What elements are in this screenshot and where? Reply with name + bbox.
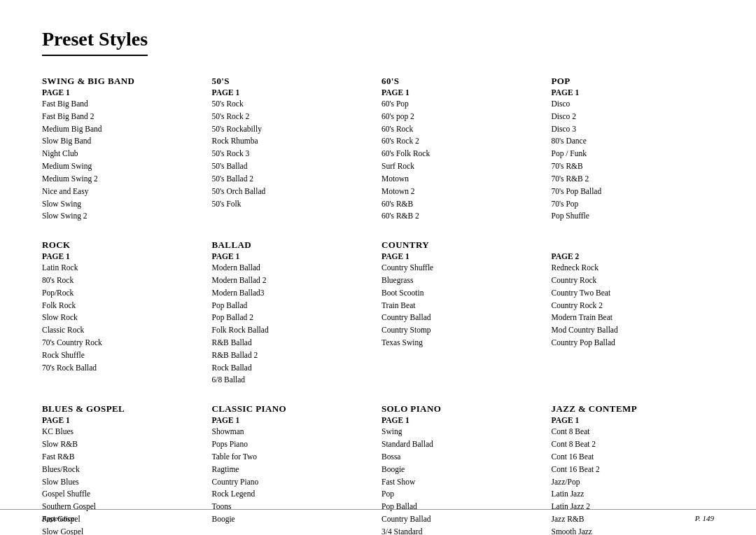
item-motown-2: Motown 2: [382, 186, 545, 198]
item-modern-train-beat: Modern Train Beat: [552, 312, 715, 324]
page-label-solo-piano-1: PAGE 1: [382, 416, 545, 424]
item-country-shuffle: Country Shuffle: [382, 262, 545, 275]
item-country-pop-ballad: Country Pop Ballad: [552, 337, 715, 349]
item-medium-big-band: Medium Big Band: [42, 123, 205, 136]
item-cont-16-beat: Cont 16 Beat: [552, 451, 715, 464]
item-country-rock-p2: Country Rock: [552, 275, 715, 287]
item-rb-ballad: R&B Ballad: [212, 337, 375, 349]
item-pop-ballad: Pop Ballad: [212, 300, 375, 312]
section-title-solo-piano: SOLO PIANO: [382, 403, 545, 415]
item-rock-rhumba: Rock Rhumba: [212, 135, 375, 148]
item-country-piano: Country Piano: [212, 476, 375, 489]
item-swing-solo: Swing: [382, 426, 545, 438]
item-50s-rock-3: 50's Rock 3: [212, 148, 375, 160]
item-motown: Motown: [382, 173, 545, 186]
item-surf-rock: Surf Rock: [382, 160, 545, 173]
item-pop-rock: Pop/Rock: [42, 287, 205, 300]
item-disco-3: Disco 3: [552, 123, 715, 136]
item-34-standard: 3/4 Standard: [382, 526, 545, 535]
item-60s-rock: 60's Rock: [382, 123, 545, 136]
item-pop-ballad-2: Pop Ballad 2: [212, 312, 375, 324]
item-country-ballad: Country Ballad: [382, 312, 545, 324]
item-slow-rb: Slow R&B: [42, 438, 205, 451]
section-title-ballad: BALLAD: [212, 239, 375, 251]
item-cont-16-beat-2: Cont 16 Beat 2: [552, 464, 715, 476]
item-gospel-shuffle: Gospel Shuffle: [42, 488, 205, 501]
item-pop-shuffle: Pop Shuffle: [552, 210, 715, 223]
item-rock-ballad: Rock Ballad: [212, 362, 375, 375]
item-medium-swing-2: Medium Swing 2: [42, 173, 205, 186]
item-cont-8-beat: Cont 8 Beat: [552, 426, 715, 438]
item-redneck-rock: Redneck Rock: [552, 262, 715, 275]
section-title-rock: ROCK: [42, 239, 205, 251]
item-50s-rock: 50's Rock: [212, 98, 375, 111]
item-60s-pop-2: 60's pop 2: [382, 111, 545, 123]
item-mod-country-ballad: Mod Country Ballad: [552, 324, 715, 337]
page-label-country-2: PAGE 2: [552, 252, 715, 260]
item-slow-gospel: Slow Gospel: [42, 526, 205, 535]
section-country: COUNTRY PAGE 1 Country Shuffle Bluegrass…: [382, 239, 545, 387]
section-ballad: BALLAD PAGE 1 Modern Ballad Modern Balla…: [212, 239, 375, 387]
item-boot-scootin: Boot Scootin: [382, 287, 545, 300]
item-pops-piano: Pops Piano: [212, 438, 375, 451]
section-title-blues: BLUES & GOSPEL: [42, 403, 205, 415]
item-50s-ballad: 50's Ballad: [212, 160, 375, 173]
section-title-country-page2: [552, 239, 715, 251]
item-smooth-jazz: Smooth Jazz: [552, 526, 715, 535]
section-title-60s: 60'S: [382, 76, 545, 87]
section-title-50s: 50'S: [212, 76, 375, 87]
item-bluegrass: Bluegrass: [382, 275, 545, 287]
item-cont-8-beat-2: Cont 8 Beat 2: [552, 438, 715, 451]
page-label-60s-1: PAGE 1: [382, 88, 545, 97]
item-fast-show: Fast Show: [382, 476, 545, 489]
item-classic-rock: Classic Rock: [42, 324, 205, 337]
item-70s-rock-ballad: 70's Rock Ballad: [42, 362, 205, 375]
page-label-ballad-1: PAGE 1: [212, 252, 375, 260]
item-showman: Showman: [212, 426, 375, 438]
item-50s-ballad-2: 50's Ballad 2: [212, 173, 375, 186]
item-slow-big-band: Slow Big Band: [42, 135, 205, 148]
item-fast-big-band-2: Fast Big Band 2: [42, 111, 205, 123]
item-standard-ballad: Standard Ballad: [382, 438, 545, 451]
item-texas-swing: Texas Swing: [382, 337, 545, 349]
item-rb-ballad-2: R&B Ballad 2: [212, 349, 375, 362]
item-medium-swing: Medium Swing: [42, 160, 205, 173]
item-60s-folk-rock: 60's Folk Rock: [382, 148, 545, 160]
item-slow-rock: Slow Rock: [42, 312, 205, 324]
section-swing: SWING & BIG BAND PAGE 1 Fast Big Band Fa…: [42, 76, 205, 223]
page-label-country-1: PAGE 1: [382, 252, 545, 260]
item-latin-rock: Latin Rock: [42, 262, 205, 275]
item-50s-rock-2: 50's Rock 2: [212, 111, 375, 123]
section-rock: ROCK PAGE 1 Latin Rock 80's Rock Pop/Roc…: [42, 239, 205, 387]
item-70s-rb: 70's R&B: [552, 160, 715, 173]
item-68-ballad: 6/8 Ballad: [212, 374, 375, 387]
item-60s-pop: 60's Pop: [382, 98, 545, 111]
page-label-rock-1: PAGE 1: [42, 252, 205, 260]
footer-left: Appendice: [42, 514, 74, 522]
item-50s-folk: 50's Folk: [212, 198, 375, 211]
item-70s-country-rock: 70's Country Rock: [42, 337, 205, 349]
item-80s-rock: 80's Rock: [42, 275, 205, 287]
section-title-classic-piano: CLASSIC PIANO: [212, 403, 375, 415]
item-pop-funk: Pop / Funk: [552, 148, 715, 160]
item-fast-rb: Fast R&B: [42, 451, 205, 464]
item-60s-rock-2: 60's Rock 2: [382, 135, 545, 148]
section-title-country: COUNTRY: [382, 239, 545, 251]
item-70s-pop: 70's Pop: [552, 198, 715, 211]
item-jazz-pop: Jazz/Pop: [552, 476, 715, 489]
item-train-beat: Train Beat: [382, 300, 545, 312]
item-70s-pop-ballad: 70's Pop Ballad: [552, 186, 715, 198]
item-80s-dance: 80's Dance: [552, 135, 715, 148]
page-label-50s-1: PAGE 1: [212, 88, 375, 97]
page-label-jazz-1: PAGE 1: [552, 416, 715, 424]
item-nice-and-easy: Nice and Easy: [42, 186, 205, 198]
item-bossa: Bossa: [382, 451, 545, 464]
item-50s-rockabilly: 50's Rockabilly: [212, 123, 375, 136]
page-footer: Appendice P. 149: [0, 509, 756, 522]
item-folk-rock-ballad: Folk Rock Ballad: [212, 324, 375, 337]
section-title-swing: SWING & BIG BAND: [42, 76, 205, 87]
item-50s-orch-ballad: 50's Orch Ballad: [212, 186, 375, 198]
item-country-stomp: Country Stomp: [382, 324, 545, 337]
item-ragtime: Ragtime: [212, 464, 375, 476]
item-folk-rock: Folk Rock: [42, 300, 205, 312]
